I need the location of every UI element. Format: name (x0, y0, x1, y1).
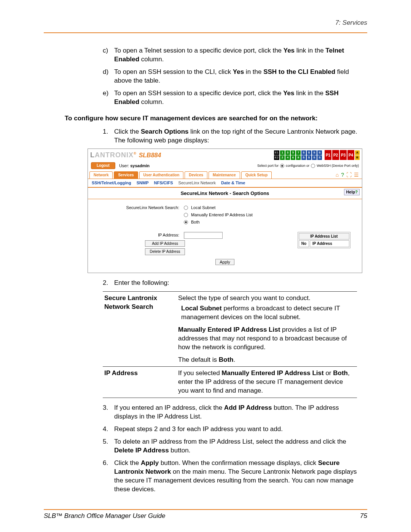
user-label: User: sysadmin (119, 163, 150, 169)
port-s1[interactable]: S (301, 150, 306, 155)
footer-page: 75 (360, 512, 367, 520)
logout-button[interactable]: Logout (91, 162, 115, 169)
step-5: 5. To delete an IP address from the IP A… (103, 438, 360, 455)
subtab-datetime[interactable]: Date & Time (221, 180, 245, 186)
port-s7[interactable]: S (317, 150, 322, 155)
port-p3[interactable]: P3 (340, 150, 347, 160)
port-s2[interactable]: S (301, 155, 306, 160)
port-p2[interactable]: P2 (332, 150, 339, 160)
marker-d: d) (103, 68, 114, 85)
apply-button[interactable]: Apply (215, 259, 234, 265)
port-a[interactable]: A (355, 150, 360, 155)
logo-icon: LANTRONIX® (90, 150, 137, 160)
opt-row2-label: IP Address (103, 367, 177, 398)
chapter-header: 7: Services (44, 19, 367, 27)
help-icon[interactable]: ? (341, 171, 344, 179)
product-name: SLB884 (139, 151, 161, 160)
ip-address-list-table: IP Address List NoIP Address (298, 232, 350, 248)
delete-ip-button[interactable]: Delete IP Address (145, 248, 185, 255)
tab-devices[interactable]: Devices (185, 171, 207, 179)
port-1[interactable]: 1 (280, 150, 285, 155)
tab-user-auth[interactable]: User Authentication (139, 171, 184, 179)
radio-both[interactable] (184, 220, 188, 224)
select-port-option: Select port for configuration or WebSSH … (257, 163, 359, 168)
section-heading: To configure how secure IT management de… (65, 114, 360, 123)
port-p4[interactable]: P4 (347, 150, 354, 160)
help-button[interactable]: Help? (344, 189, 360, 195)
search-label: SecureLinx Network Search: (99, 205, 184, 225)
add-ip-button[interactable]: Add IP Address (145, 240, 185, 247)
port-s5[interactable]: S (312, 150, 317, 155)
radio-local-subnet[interactable] (184, 206, 188, 210)
subtab-nfs[interactable]: NFS/CIFS (154, 180, 173, 186)
port-6[interactable]: 6 (291, 155, 295, 160)
radio-configuration[interactable] (280, 164, 284, 168)
radio-manual-ip[interactable] (184, 213, 188, 217)
opt-row2-desc: If you selected Manually Entered IP Addr… (177, 367, 357, 398)
radio-webssh[interactable] (311, 164, 315, 168)
screenshot-panel: LANTRONIX® SLB884 E1E2 12 34 56 78 SS SS… (88, 149, 362, 273)
tab-services[interactable]: Services (114, 171, 138, 179)
options-table: Secure Lantronix Network Search Select t… (103, 291, 357, 398)
step-c: c) To open a Telnet session to a specifi… (103, 46, 360, 64)
port-indicator-block: E1E2 12 34 56 78 SS SS SS SS P1 P2 P3 P4… (274, 150, 360, 160)
port-2[interactable]: 2 (280, 155, 285, 160)
step-4: 4. Repeat steps 2 and 3 for each IP addr… (103, 425, 360, 434)
opt-row1-label: Secure Lantronix Network Search (103, 291, 177, 367)
subtab-snmp[interactable]: SNMP (137, 180, 149, 186)
tab-quick-setup[interactable]: Quick Setup (241, 171, 272, 179)
panel-title: SecureLinx Network - Search Options Help… (88, 187, 362, 199)
list-icon[interactable]: ☰ (354, 171, 359, 179)
marker-e: e) (103, 89, 114, 107)
port-s3[interactable]: S (307, 150, 311, 155)
subtab-securelinx[interactable]: SecureLinx Network (178, 180, 216, 186)
port-7[interactable]: 7 (296, 150, 301, 155)
ip-address-input[interactable] (184, 232, 223, 239)
port-s6[interactable]: S (312, 155, 317, 160)
ip-address-label: IP Address: (99, 232, 184, 238)
port-s4[interactable]: S (307, 155, 311, 160)
footer-title: SLB™ Branch Office Manager User Guide (44, 512, 165, 520)
step-2: 2. Enter the following: (103, 279, 360, 288)
port-s8[interactable]: S (317, 155, 322, 160)
port-5[interactable]: 5 (291, 150, 295, 155)
step-d: d) To open an SSH session to the CLI, cl… (103, 68, 360, 85)
port-p1[interactable]: P1 (325, 150, 331, 160)
home-icon[interactable]: ⌂ (336, 171, 339, 179)
port-3[interactable]: 3 (285, 150, 290, 155)
step-3: 3. If you entered an IP address, click t… (103, 404, 360, 421)
subtab-ssh[interactable]: SSH/Telnet/Logging (92, 180, 131, 186)
step-6: 6. Click the Apply button. When the conf… (103, 459, 360, 494)
step-1: 1. Click the Search Options link on the … (103, 128, 360, 145)
tab-network[interactable]: Network (89, 171, 113, 179)
tab-maintenance[interactable]: Maintenance (209, 171, 240, 179)
port-b[interactable]: B (355, 155, 360, 160)
opt-row1-desc: Select the type of search you want to co… (177, 291, 357, 367)
step-e: e) To open an SSH session to a specific … (103, 89, 360, 107)
port-8[interactable]: 8 (296, 155, 301, 160)
header-rule (44, 32, 367, 33)
port-4[interactable]: 4 (285, 155, 290, 160)
marker-c: c) (103, 46, 114, 64)
expand-icon[interactable]: ⛶ (346, 171, 352, 179)
